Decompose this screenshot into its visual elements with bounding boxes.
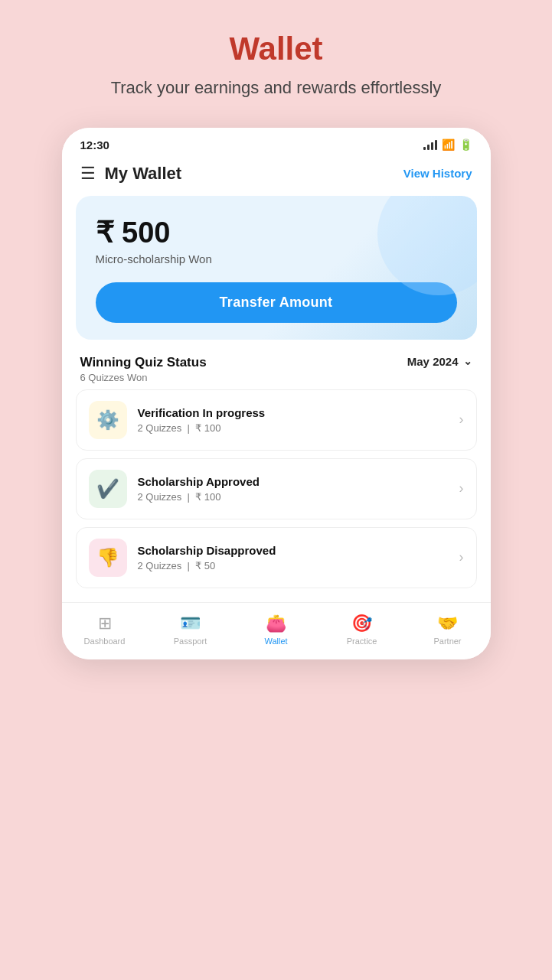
battery-icon: 🔋 <box>459 138 472 151</box>
status-time: 12:30 <box>80 138 109 151</box>
passport-label: Passport <box>174 637 207 646</box>
partner-icon: 🤝 <box>437 614 458 633</box>
section-subtitle: 6 Quizzes Won <box>80 372 207 383</box>
partner-label: Partner <box>433 637 461 646</box>
status-item-approved[interactable]: ✔️ Scholarship Approved 2 Quizzes | ₹ 10… <box>76 458 477 519</box>
verification-icon-box: ⚙️ <box>89 401 127 439</box>
page-title: Wallet <box>229 31 322 67</box>
wallet-icon: 👛 <box>266 614 286 633</box>
verification-icon: ⚙️ <box>96 409 119 431</box>
practice-icon: 🎯 <box>351 614 372 633</box>
header-title: My Wallet <box>105 164 182 184</box>
transfer-amount-button[interactable]: Transfer Amount <box>96 282 457 323</box>
approved-icon: ✔️ <box>96 478 119 500</box>
verification-chevron-icon: › <box>459 412 464 428</box>
nav-item-practice[interactable]: 🎯 Practice <box>319 614 405 646</box>
page-subtitle: Track your earnings and rewards effortle… <box>111 77 442 100</box>
header-left: ☰ My Wallet <box>80 164 182 184</box>
disapproved-chevron-icon: › <box>459 549 464 565</box>
month-selector[interactable]: May 2024 ⌄ <box>407 355 472 368</box>
month-label: May 2024 <box>407 355 459 368</box>
wallet-label: Micro-scholarship Won <box>96 252 457 265</box>
section-title: Winning Quiz Status <box>80 355 207 370</box>
nav-item-partner[interactable]: 🤝 Partner <box>405 614 491 646</box>
status-icons: 📶 🔋 <box>423 138 472 151</box>
disapproved-icon: 👎 <box>96 547 119 568</box>
disapproved-meta: 2 Quizzes | ₹ 50 <box>138 560 449 571</box>
phone-frame: 12:30 📶 🔋 ☰ My Wallet View History ₹ 500… <box>62 128 491 659</box>
nav-item-dashboard[interactable]: ⊞ Dashboard <box>62 614 148 646</box>
verification-name: Verification In progress <box>138 406 449 419</box>
wallet-label-nav: Wallet <box>264 637 287 646</box>
section-title-block: Winning Quiz Status 6 Quizzes Won <box>80 355 207 383</box>
approved-info: Scholarship Approved 2 Quizzes | ₹ 100 <box>138 475 449 503</box>
wallet-card: ₹ 500 Micro-scholarship Won Transfer Amo… <box>76 196 477 340</box>
view-history-button[interactable]: View History <box>403 167 472 180</box>
disapproved-info: Scholarship Disapproved 2 Quizzes | ₹ 50 <box>138 544 449 571</box>
status-item-disapproved[interactable]: 👎 Scholarship Disapproved 2 Quizzes | ₹ … <box>76 527 477 588</box>
bottom-nav: ⊞ Dashboard 🪪 Passport 👛 Wallet 🎯 Practi… <box>62 602 491 659</box>
approved-chevron-icon: › <box>459 480 464 497</box>
section-header: Winning Quiz Status 6 Quizzes Won May 20… <box>62 355 491 389</box>
approved-meta: 2 Quizzes | ₹ 100 <box>138 491 449 503</box>
nav-item-passport[interactable]: 🪪 Passport <box>148 614 234 646</box>
hamburger-icon[interactable]: ☰ <box>80 164 96 184</box>
approved-icon-box: ✔️ <box>89 470 127 508</box>
status-item-verification[interactable]: ⚙️ Verification In progress 2 Quizzes | … <box>76 389 477 451</box>
chevron-down-icon: ⌄ <box>463 355 472 367</box>
practice-label: Practice <box>347 637 377 646</box>
nav-item-wallet[interactable]: 👛 Wallet <box>234 614 319 646</box>
wallet-amount: ₹ 500 <box>96 216 457 249</box>
approved-name: Scholarship Approved <box>138 475 449 488</box>
disapproved-icon-box: 👎 <box>89 539 127 577</box>
wifi-icon: 📶 <box>442 138 455 151</box>
dashboard-icon: ⊞ <box>98 614 112 633</box>
verification-meta: 2 Quizzes | ₹ 100 <box>138 422 449 434</box>
status-bar: 12:30 📶 🔋 <box>62 128 491 156</box>
status-list: ⚙️ Verification In progress 2 Quizzes | … <box>62 389 491 602</box>
app-header: ☰ My Wallet View History <box>62 156 491 196</box>
passport-icon: 🪪 <box>180 614 201 633</box>
verification-info: Verification In progress 2 Quizzes | ₹ 1… <box>138 406 449 434</box>
dashboard-label: Dashboard <box>84 637 126 646</box>
signal-icon <box>423 139 437 150</box>
disapproved-name: Scholarship Disapproved <box>138 544 449 557</box>
